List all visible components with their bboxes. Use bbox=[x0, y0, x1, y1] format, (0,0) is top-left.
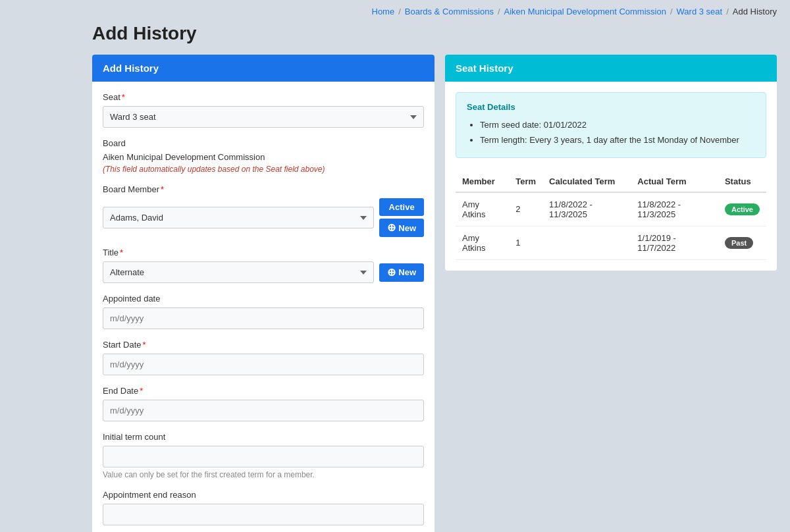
seat-details-title: Seat Details bbox=[467, 102, 755, 112]
seat-group: Seat* Ward 3 seat bbox=[103, 92, 424, 128]
table-row: Amy Atkins11/1/2019 - 11/7/2022Past bbox=[456, 226, 766, 259]
new-member-button[interactable]: ⊕ New bbox=[379, 219, 424, 237]
status-badge: Past bbox=[725, 237, 753, 249]
breadcrumb-boards[interactable]: Boards & Commissions bbox=[405, 7, 494, 16]
breadcrumb-sep-4: / bbox=[726, 7, 729, 16]
title-group: Title* Alternate ⊕ New bbox=[103, 248, 424, 283]
end-date-group: End Date* bbox=[103, 386, 424, 421]
breadcrumb-home[interactable]: Home bbox=[372, 7, 395, 16]
table-row: Amy Atkins211/8/2022 - 11/3/202511/8/202… bbox=[456, 192, 766, 226]
breadcrumb-sep-3: / bbox=[670, 7, 673, 16]
title-btn-group: ⊕ New bbox=[379, 263, 424, 282]
appointed-date-label: Appointed date bbox=[103, 294, 424, 304]
appointment-end-input[interactable] bbox=[103, 504, 424, 525]
cell-actual-term: 11/8/2022 - 11/3/2025 bbox=[631, 192, 718, 226]
seat-details-box: Seat Details Term seed date: 01/01/2022 … bbox=[456, 92, 766, 158]
seat-history-panel: Seat History Seat Details Term seed date… bbox=[445, 55, 777, 271]
appointed-date-group: Appointed date bbox=[103, 294, 424, 329]
history-table-body: Amy Atkins211/8/2022 - 11/3/202511/8/202… bbox=[456, 192, 766, 260]
right-panel-header: Seat History bbox=[445, 55, 777, 82]
member-row: Adams, David Active ⊕ New bbox=[103, 198, 424, 237]
col-status: Status bbox=[718, 171, 766, 192]
breadcrumb-sep-1: / bbox=[398, 7, 401, 16]
left-panel-header: Add History bbox=[92, 55, 434, 82]
appointment-end-group: Appointment end reason bbox=[103, 490, 424, 525]
seat-detail-item-1: Term length: Every 3 years, 1 day after … bbox=[480, 132, 755, 147]
cell-calculated-term bbox=[542, 226, 631, 259]
cell-status: Past bbox=[718, 226, 766, 259]
status-badge: Active bbox=[725, 203, 760, 215]
title-label: Title* bbox=[103, 248, 424, 257]
appointed-date-input[interactable] bbox=[103, 307, 424, 329]
seat-select[interactable]: Ward 3 seat bbox=[103, 106, 424, 128]
initial-term-group: Initial term count Value can only be set… bbox=[103, 432, 424, 479]
breadcrumb-sep-2: / bbox=[498, 7, 500, 16]
member-btn-group: Active ⊕ New bbox=[379, 198, 424, 237]
board-label: Board bbox=[103, 138, 424, 148]
seat-label: Seat* bbox=[103, 92, 424, 102]
start-date-input[interactable] bbox=[103, 354, 424, 375]
seat-details-list: Term seed date: 01/01/2022 Term length: … bbox=[467, 117, 755, 148]
main-layout: Add History Seat* Ward 3 seat Board Aike… bbox=[0, 55, 790, 532]
add-history-panel: Add History Seat* Ward 3 seat Board Aike… bbox=[92, 55, 434, 532]
breadcrumb: Home / Boards & Commissions / Aiken Muni… bbox=[0, 0, 790, 23]
start-date-label: Start Date* bbox=[103, 340, 424, 350]
right-panel-body: Seat Details Term seed date: 01/01/2022 … bbox=[445, 82, 777, 271]
new-title-button[interactable]: ⊕ New bbox=[379, 263, 424, 282]
col-actual-term: Actual Term bbox=[631, 171, 718, 192]
appointment-end-label: Appointment end reason bbox=[103, 490, 424, 500]
cell-member: Amy Atkins bbox=[456, 192, 509, 226]
initial-term-label: Initial term count bbox=[103, 432, 424, 442]
history-table-header-row: Member Term Calculated Term Actual Term … bbox=[456, 171, 766, 192]
history-table-head: Member Term Calculated Term Actual Term … bbox=[456, 171, 766, 192]
history-table: Member Term Calculated Term Actual Term … bbox=[456, 171, 766, 260]
initial-term-note: Value can only be set for the first crea… bbox=[103, 470, 424, 479]
title-select[interactable]: Alternate bbox=[103, 261, 374, 283]
cell-calculated-term: 11/8/2022 - 11/3/2025 bbox=[542, 192, 631, 226]
col-term: Term bbox=[509, 171, 542, 192]
cell-actual-term: 1/1/2019 - 11/7/2022 bbox=[631, 226, 718, 259]
breadcrumb-ward-seat[interactable]: Ward 3 seat bbox=[677, 7, 723, 16]
cell-term: 1 bbox=[509, 226, 542, 259]
board-group: Board Aiken Municipal Development Commis… bbox=[103, 138, 424, 174]
end-date-label: End Date* bbox=[103, 386, 424, 396]
plus-icon-member: ⊕ bbox=[387, 223, 396, 233]
member-group: Board Member* Adams, David Active ⊕ New bbox=[103, 184, 424, 237]
board-note: (This field automatically updates based … bbox=[103, 165, 424, 174]
plus-icon-title: ⊕ bbox=[387, 267, 396, 278]
left-panel-body: Seat* Ward 3 seat Board Aiken Municipal … bbox=[92, 82, 434, 532]
seat-detail-item-0: Term seed date: 01/01/2022 bbox=[480, 117, 755, 132]
title-row: Alternate ⊕ New bbox=[103, 261, 424, 283]
initial-term-input[interactable] bbox=[103, 446, 424, 467]
breadcrumb-current: Add History bbox=[733, 7, 777, 16]
board-name: Aiken Municipal Development Commission bbox=[103, 152, 424, 162]
end-date-input[interactable] bbox=[103, 400, 424, 421]
page-title: Add History bbox=[0, 23, 790, 55]
member-label: Board Member* bbox=[103, 184, 424, 194]
cell-status: Active bbox=[718, 192, 766, 226]
cell-member: Amy Atkins bbox=[456, 226, 509, 259]
cell-term: 2 bbox=[509, 192, 542, 226]
col-calculated-term: Calculated Term bbox=[542, 171, 631, 192]
breadcrumb-commission[interactable]: Aiken Municipal Development Commission bbox=[504, 7, 666, 16]
active-button[interactable]: Active bbox=[379, 198, 424, 216]
member-select[interactable]: Adams, David bbox=[103, 207, 374, 228]
col-member: Member bbox=[456, 171, 509, 192]
start-date-group: Start Date* bbox=[103, 340, 424, 375]
